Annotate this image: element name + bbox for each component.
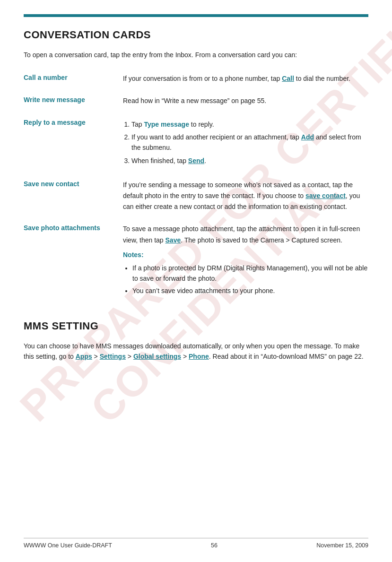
- topic-label-write: Write new message: [24, 92, 123, 114]
- save-contact-link: save contact: [305, 192, 346, 199]
- send-link: Send: [188, 157, 204, 164]
- type-message-link: Type message: [144, 121, 189, 128]
- topic-reply-message: Reply to a message Tap Type message to r…: [24, 114, 368, 176]
- section1-intro: To open a conversation card, tap the ent…: [24, 50, 368, 60]
- footer-left: WWWW One User Guide-DRAFT: [24, 542, 112, 549]
- phone-link: Phone: [189, 353, 209, 360]
- add-link: Add: [301, 133, 314, 141]
- footer-right: November 15, 2009: [316, 542, 368, 549]
- topic-save-contact: Save new contact If you’re sending a mes…: [24, 176, 368, 220]
- global-settings-link: Global settings: [133, 353, 181, 360]
- topic-label-call: Call a number: [24, 69, 123, 92]
- topic-label-reply: Reply to a message: [24, 114, 123, 176]
- section2-title: MMS SETTING: [24, 320, 368, 332]
- settings-link: Settings: [100, 353, 126, 360]
- note-1: If a photo is protected by DRM (Digital …: [132, 263, 368, 284]
- topic-write-message: Write new message Read how in “Write a n…: [24, 92, 368, 114]
- reply-step-2: If you want to add another recipient or …: [131, 132, 368, 153]
- topic-desc-save-contact: If you’re sending a message to someone w…: [123, 176, 368, 220]
- top-bar: [24, 14, 368, 17]
- section1-title: CONVERSATION CARDS: [24, 29, 368, 41]
- section2-body: You can choose to have MMS messages down…: [24, 341, 368, 362]
- reply-step-3: When finished, tap Send.: [131, 156, 368, 166]
- call-link: Call: [282, 75, 294, 82]
- topic-save-photos: Save photo attachments To save a message…: [24, 220, 368, 305]
- page-content: CONVERSATION CARDS To open a conversatio…: [24, 29, 368, 362]
- notes-label: Notes:: [123, 250, 368, 260]
- topic-label-save-contact: Save new contact: [24, 176, 123, 220]
- note-2: You can’t save video attachments to your…: [132, 285, 368, 296]
- apps-link: Apps: [76, 353, 92, 360]
- reply-step-1: Tap Type message to reply.: [131, 119, 368, 130]
- footer-page-number: 56: [112, 542, 316, 549]
- topics-table: Call a number If your conversation is fr…: [24, 69, 368, 305]
- save-link: Save: [166, 236, 181, 244]
- topic-desc-save-photos: To save a message photo attachment, tap …: [123, 220, 368, 305]
- topic-label-save-photos: Save photo attachments: [24, 220, 123, 305]
- topic-call-number: Call a number If your conversation is fr…: [24, 69, 368, 92]
- footer: WWWW One User Guide-DRAFT 56 November 15…: [24, 538, 368, 549]
- topic-desc-call: If your conversation is from or to a pho…: [123, 69, 368, 92]
- topic-desc-write: Read how in “Write a new message” on pag…: [123, 92, 368, 114]
- topic-desc-reply: Tap Type message to reply. If you want t…: [123, 114, 368, 176]
